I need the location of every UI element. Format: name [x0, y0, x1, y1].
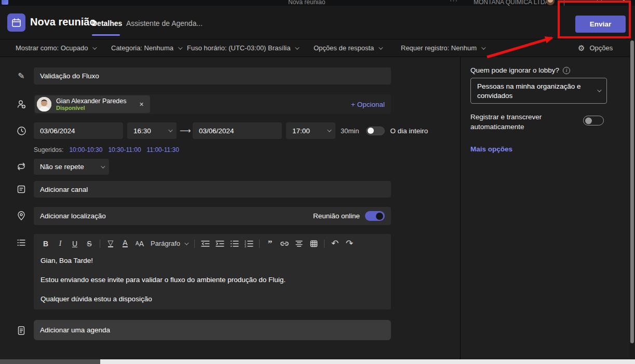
underline-button[interactable]: U [68, 237, 82, 250]
add-channel-input[interactable]: Adicionar canal [34, 181, 391, 198]
close-icon[interactable]: ✕ [621, 0, 627, 5]
chevron-down-icon [168, 128, 172, 132]
suggested-slot-3[interactable]: 11:00-11:30 [147, 146, 179, 153]
suggested-slot-2[interactable]: 10:30-11:00 [108, 146, 141, 153]
toolbar-divider [259, 240, 260, 248]
redo-button[interactable]: ↷ [343, 237, 356, 250]
vertical-scrollbar[interactable] [630, 39, 635, 359]
chevron-down-icon [178, 45, 182, 49]
add-optional-button[interactable]: + Opcional [351, 101, 385, 108]
svg-text:3: 3 [245, 245, 246, 247]
all-day-toggle[interactable] [366, 127, 385, 135]
user-avatar[interactable] [546, 0, 555, 5]
attendee-avatar [37, 97, 51, 111]
description-paragraph: Qualquer dúvida estou a disposição [40, 295, 384, 303]
toolbar-divider [194, 240, 195, 248]
font-color-button[interactable]: A [118, 237, 132, 250]
lobby-select[interactable]: Pessoas na minha organização e convidado… [470, 78, 607, 104]
attendee-name: Gian Alexander Paredes [56, 97, 127, 105]
bold-button[interactable]: B [39, 237, 52, 250]
undo-button[interactable]: ↶ [328, 237, 342, 250]
meeting-options-panel: Quem pode ignorar o lobby? i Pessoas na … [460, 57, 630, 359]
strikethrough-button[interactable]: S [83, 237, 96, 250]
tab-assistente-de-agenda[interactable]: Assistente de Agenda... [126, 19, 202, 27]
tab-detalhes[interactable]: Detalhes [92, 19, 122, 27]
clock-icon [16, 125, 26, 136]
italic-button[interactable]: I [53, 237, 67, 250]
response-options-dropdown[interactable]: Opções de resposta [314, 39, 382, 57]
suggested-label: Sugeridos: [34, 146, 63, 153]
add-location-input[interactable]: Adicionar localização Reunião online [34, 207, 391, 225]
duration-label: 30min [341, 127, 359, 135]
window-title: Nova reunião [288, 0, 325, 6]
suggested-times: Sugeridos: 10:00-10:30 10:30-11:00 11:00… [34, 146, 179, 153]
record-transcribe-label: Registrar e transcrever automaticamente [470, 112, 577, 132]
send-button[interactable]: Enviar [575, 16, 626, 33]
chevron-down-icon [184, 241, 188, 245]
channel-icon [16, 184, 26, 194]
remove-attendee-icon[interactable]: × [140, 100, 144, 108]
teams-new-meeting-window: Nova reunião ··· MONTANA QUIMICA LTDA ✕ … [0, 0, 635, 364]
description-editor[interactable]: B I U S ▽ A AA Parágrafo [34, 234, 391, 310]
org-name: MONTANA QUIMICA LTDA [474, 0, 549, 6]
numbered-list-button[interactable]: 1 2 3 [242, 237, 255, 250]
font-size-button[interactable]: AA [133, 237, 146, 250]
teams-app-icon [2, 0, 8, 5]
indent-button[interactable] [213, 237, 226, 250]
meeting-title-input[interactable]: Validação do Fluxo [34, 67, 391, 85]
end-time-select[interactable]: 17:00 [286, 122, 335, 139]
chevron-down-icon [295, 45, 300, 49]
start-time-select[interactable]: 16:30 [127, 122, 177, 139]
insert-table-button[interactable] [307, 237, 320, 250]
window-titlebar: Nova reunião ··· MONTANA QUIMICA LTDA ✕ [0, 0, 635, 6]
chevron-down-icon [101, 164, 105, 168]
horizontal-scrollbar[interactable] [0, 359, 635, 364]
paragraph-style-dropdown[interactable]: Parágrafo [147, 240, 191, 247]
chevron-down-icon [93, 45, 97, 49]
add-person-icon [16, 99, 26, 109]
quote-button[interactable]: ” [263, 237, 277, 250]
online-meeting-control: Reunião online [313, 211, 385, 221]
add-agenda-button[interactable]: Adicionar uma agenda [34, 320, 391, 340]
arrow-right-icon: ⟶ [180, 126, 190, 135]
more-menu-icon[interactable]: ··· [450, 0, 458, 4]
lobby-question: Quem pode ignorar o lobby? i [470, 66, 570, 74]
recurrence-select[interactable]: Não se repete [34, 159, 109, 175]
toggle-knob [585, 117, 592, 124]
description-body[interactable]: Gian, Boa Tarde! Estou enviando esse inv… [34, 253, 391, 317]
toggle-knob [376, 213, 383, 220]
record-transcribe-toggle[interactable] [583, 116, 604, 125]
timezone-dropdown[interactable]: Fuso horário: (UTC-03:00) Brasília [187, 39, 298, 57]
description-list-icon [16, 237, 26, 248]
info-icon[interactable]: i [563, 67, 570, 74]
toolbar-divider [324, 240, 325, 248]
editor-toolbar: B I U S ▽ A AA Parágrafo [34, 234, 391, 253]
horizontal-scrollbar-thumb[interactable] [0, 359, 100, 364]
outdent-button[interactable] [198, 237, 212, 250]
online-meeting-toggle[interactable] [365, 211, 385, 221]
category-dropdown[interactable]: Categoria: Nenhuma [111, 39, 181, 57]
attendees-input[interactable]: Gian Alexander Paredes Disponível × + Op… [34, 94, 391, 114]
meeting-form: ✎ Validação do Fluxo [0, 57, 460, 359]
link-button[interactable] [278, 237, 291, 250]
chevron-down-icon [597, 88, 601, 92]
options-button[interactable]: ⚙ Opções [578, 39, 613, 57]
bulleted-list-button[interactable] [227, 237, 241, 250]
vertical-scrollbar-thumb[interactable] [630, 40, 634, 343]
more-options-link[interactable]: Mais opções [470, 145, 512, 153]
agenda-doc-icon [16, 325, 26, 335]
registration-dropdown[interactable]: Requer registro: Nenhum [401, 39, 484, 57]
description-paragraph: Gian, Boa Tarde! [40, 256, 384, 265]
start-date-input[interactable]: 03/06/2024 [34, 122, 123, 139]
titlebar-divider [564, 0, 564, 6]
toolbar-divider [100, 240, 100, 248]
maximize-icon[interactable] [597, 0, 602, 2]
suggested-slot-1[interactable]: 10:00-10:30 [69, 146, 102, 153]
online-meeting-label: Reunião online [313, 212, 360, 220]
horizontal-rule-button[interactable] [292, 237, 306, 250]
end-date-input[interactable]: 03/06/2024 [193, 122, 282, 139]
highlight-button[interactable]: ▽ [104, 237, 117, 250]
attendee-chip[interactable]: Gian Alexander Paredes Disponível × [35, 95, 150, 113]
chevron-down-icon [379, 45, 383, 49]
show-as-dropdown[interactable]: Mostrar como: Ocupado [16, 39, 96, 57]
